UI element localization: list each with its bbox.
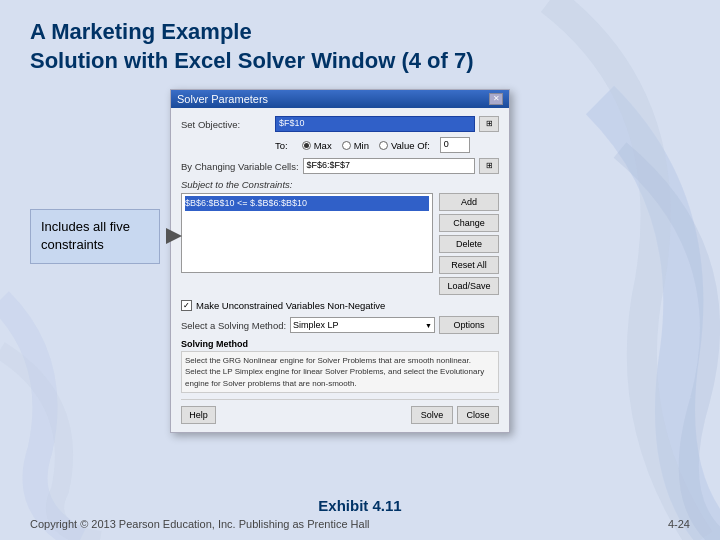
dropdown-arrow-icon: ▼: [425, 322, 432, 329]
annotation-arrow: [166, 228, 182, 244]
options-btn[interactable]: Options: [439, 316, 499, 334]
copyright-text: Copyright © 2013 Pearson Education, Inc.…: [30, 518, 370, 530]
constraints-list[interactable]: $B$6:$B$10 <= $.$B$6:$B$10: [181, 193, 433, 273]
slide-title: A Marketing Example Solution with Excel …: [30, 18, 690, 75]
title-line2: Solution with Excel Solver Window (4 of …: [30, 48, 474, 73]
radio-min[interactable]: Min: [342, 140, 369, 151]
set-objective-input[interactable]: $F$10: [275, 116, 475, 132]
solver-footer: Help Solve Close: [181, 399, 499, 424]
delete-btn[interactable]: Delete: [439, 235, 499, 253]
solving-method-section-label: Solving Method: [181, 339, 499, 349]
exhibit-label: Exhibit 4.11: [30, 497, 690, 514]
radio-value-input[interactable]: 0: [440, 137, 470, 153]
add-btn[interactable]: Add: [439, 193, 499, 211]
solving-method-value: Simplex LP: [293, 320, 339, 330]
constraints-section-label: Subject to the Constraints:: [181, 179, 499, 190]
description-text: Select the GRG Nonlinear engine for Solv…: [181, 351, 499, 393]
checkbox-row: ✓ Make Unconstrained Variables Non-Negat…: [181, 300, 499, 311]
solver-titlebar: Solver Parameters ✕: [171, 90, 509, 108]
nonneg-checkbox[interactable]: ✓: [181, 300, 192, 311]
radio-max-label: Max: [314, 140, 332, 151]
annotation-text: Includes all five constraints: [30, 209, 160, 263]
solver-body: Set Objective: $F$10 ⊞ To: Max Min: [171, 108, 509, 432]
radio-value[interactable]: Value Of:: [379, 140, 430, 151]
title-line1: A Marketing Example: [30, 19, 252, 44]
radio-value-circle[interactable]: [379, 141, 388, 150]
solver-window-title: Solver Parameters: [177, 93, 268, 105]
constraint-item[interactable]: $B$6:$B$10 <= $.$B$6:$B$10: [185, 196, 429, 211]
select-method-label: Select a Solving Method:: [181, 320, 286, 331]
radio-max[interactable]: Max: [302, 140, 332, 151]
radio-max-circle[interactable]: [302, 141, 311, 150]
help-btn[interactable]: Help: [181, 406, 216, 424]
close-dialog-btn[interactable]: Close: [457, 406, 499, 424]
close-button[interactable]: ✕: [489, 93, 503, 105]
radio-min-label: Min: [354, 140, 369, 151]
radio-value-label: Value Of:: [391, 140, 430, 151]
annotation-box: Includes all five constraints: [30, 209, 160, 263]
radio-min-circle[interactable]: [342, 141, 351, 150]
set-objective-label: Set Objective:: [181, 119, 271, 130]
titlebar-buttons: ✕: [489, 93, 503, 105]
reset-btn[interactable]: Reset All: [439, 256, 499, 274]
checkbox-label: Make Unconstrained Variables Non-Negativ…: [196, 300, 385, 311]
solving-method-dropdown[interactable]: Simplex LP ▼: [290, 317, 435, 333]
changing-cells-picker-btn[interactable]: ⊞: [479, 158, 499, 174]
objective-picker-btn[interactable]: ⊞: [479, 116, 499, 132]
page-number: 4-24: [668, 518, 690, 530]
changing-cells-row: By Changing Variable Cells: $F$6:$F$7 ⊞: [181, 158, 499, 174]
load-save-btn[interactable]: Load/Save: [439, 277, 499, 295]
to-radio-row: To: Max Min Value Of: 0: [275, 137, 499, 153]
solving-method-row: Select a Solving Method: Simplex LP ▼ Op…: [181, 316, 499, 334]
to-label: To:: [275, 140, 288, 151]
footer: Copyright © 2013 Pearson Education, Inc.…: [30, 518, 690, 530]
changing-cells-label: By Changing Variable Cells:: [181, 161, 299, 172]
solve-btn[interactable]: Solve: [411, 406, 453, 424]
solver-window: Solver Parameters ✕ Set Objective: $F$10…: [170, 89, 510, 433]
change-btn[interactable]: Change: [439, 214, 499, 232]
changing-cells-input[interactable]: $F$6:$F$7: [303, 158, 475, 174]
set-objective-row: Set Objective: $F$10 ⊞: [181, 116, 499, 132]
constraints-buttons: Add Change Delete Reset All Load/Save: [439, 193, 499, 295]
constraints-area: $B$6:$B$10 <= $.$B$6:$B$10 Add Change De…: [181, 193, 499, 295]
footer-right-buttons: Solve Close: [411, 406, 499, 424]
